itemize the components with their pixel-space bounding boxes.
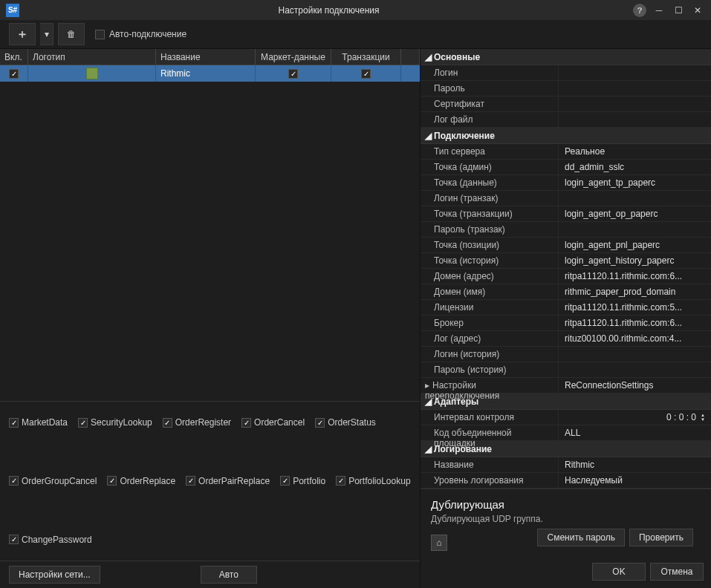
window-title: Настройки подключения (25, 5, 632, 16)
capability-orderstatus[interactable]: OrderStatus (315, 409, 376, 436)
prop-cert-value[interactable] (559, 97, 711, 111)
close-icon[interactable]: ✕ (690, 3, 705, 18)
network-settings-button[interactable]: Настройки сети... (9, 566, 100, 584)
prop-admin-point-value[interactable]: dd_admin_sslc (559, 160, 711, 174)
prop-pwd-trans-value[interactable] (559, 222, 711, 237)
ok-button[interactable]: OK (592, 563, 646, 581)
header-market-data[interactable]: Маркет-данные (256, 49, 331, 65)
capability-orderpairreplace[interactable]: OrderPairReplace (186, 468, 270, 494)
prop-board-code-value[interactable]: ALL (559, 425, 711, 440)
prop-domain-name-value[interactable]: rithmic_paper_prod_domain (559, 284, 711, 299)
home-icon: ⌂ (436, 538, 441, 548)
maximize-icon[interactable]: ☐ (671, 3, 686, 18)
prop-pwd-trans: Пароль (транзак) (421, 222, 559, 237)
auto-connect-label: Авто-подключение (109, 29, 186, 39)
prop-reconn[interactable]: ▸Настройки переподключения (421, 378, 559, 393)
prop-pos-point-value[interactable]: login_agent_pnl_paperc (559, 238, 711, 252)
section-main[interactable]: ◢Основные (421, 49, 711, 65)
delete-button[interactable]: 🗑 (58, 23, 85, 45)
checkbox-icon (241, 418, 251, 428)
capability-orderregister[interactable]: OrderRegister (163, 409, 231, 436)
capability-marketdata[interactable]: MarketData (9, 409, 68, 436)
checkbox-icon (315, 418, 325, 428)
prop-login-value[interactable] (559, 65, 711, 80)
capability-changepassword[interactable]: ChangePassword (9, 526, 92, 553)
prop-logfile-value[interactable] (559, 112, 711, 127)
checkbox-icon (9, 476, 19, 486)
check-button[interactable]: Проверить (629, 529, 693, 546)
capability-securitylookup[interactable]: SecurityLookup (78, 409, 152, 436)
change-password-button[interactable]: Сменить пароль (537, 529, 625, 546)
prop-hist-point-value[interactable]: login_agent_history_paperc (559, 253, 711, 268)
connector-logo-icon (86, 68, 98, 79)
cell-market[interactable] (256, 65, 331, 82)
add-dropdown-arrow[interactable]: ▾ (40, 23, 53, 45)
prop-broker-value[interactable]: ritpa11120.11.rithmic.com:6... (559, 316, 711, 330)
capability-ordercancel[interactable]: OrderCancel (241, 409, 305, 436)
prop-domain-addr-value[interactable]: ritpa11120.11.rithmic.com:6... (559, 269, 711, 284)
checkbox-icon (78, 418, 88, 428)
prop-server-type-value[interactable]: Реальное (559, 144, 711, 159)
prop-pos-point: Точка (позиции) (421, 238, 559, 252)
spinner-icon[interactable]: ▲▼ (701, 413, 705, 422)
prop-board-code: Код объединенной площадки (421, 425, 559, 440)
checkbox-icon (95, 30, 105, 39)
section-adapters[interactable]: ◢Адаптеры (421, 393, 711, 410)
prop-reconn-value[interactable]: ReConnectionSettings (559, 378, 711, 393)
auto-button[interactable]: Авто (201, 566, 257, 584)
grid-header: Вкл. Логотип Название Маркет-данные Тран… (0, 49, 420, 65)
prop-licenses-value[interactable]: ritpa11120.11.rithmic.com:5... (559, 300, 711, 315)
home-button[interactable]: ⌂ (431, 535, 447, 551)
prop-trans-point: Точка (транзакции) (421, 206, 559, 221)
header-enabled[interactable]: Вкл. (0, 49, 28, 65)
add-button[interactable]: ＋ (9, 23, 36, 45)
prop-log-level-value[interactable]: Наследуемый (559, 473, 711, 488)
cell-logo (28, 65, 156, 82)
prop-login-trans: Логин (транзак) (421, 191, 559, 206)
header-logo[interactable]: Логотип (28, 49, 156, 65)
cell-trans[interactable] (331, 65, 401, 82)
header-name[interactable]: Название (156, 49, 256, 65)
checkbox-icon (9, 69, 19, 79)
description-panel: Дублирующая Дублирующая UDP группа. ⌂ См… (421, 489, 711, 560)
prop-login-hist-value[interactable] (559, 347, 711, 362)
prop-domain-addr: Домен (адрес) (421, 269, 559, 284)
prop-log-addr: Лог (адрес) (421, 331, 559, 346)
prop-data-point: Точка (данные) (421, 175, 559, 190)
prop-data-point-value[interactable]: login_agent_tp_paperc (559, 175, 711, 190)
prop-pwd-hist-value[interactable] (559, 362, 711, 377)
prop-trans-point-value[interactable]: login_agent_op_paperc (559, 206, 711, 221)
prop-login-trans-value[interactable] (559, 191, 711, 206)
header-transactions[interactable]: Транзакции (331, 49, 401, 65)
prop-log-name: Название (421, 457, 559, 472)
checkbox-icon (288, 69, 298, 79)
cancel-button[interactable]: Отмена (650, 563, 704, 581)
prop-licenses: Лицензии (421, 300, 559, 315)
prop-log-name-value[interactable]: Rithmic (559, 457, 711, 472)
section-connection[interactable]: ◢Подключение (421, 128, 711, 144)
table-row[interactable]: Rithmic (0, 65, 420, 82)
left-bottom-buttons: Настройки сети... Авто (0, 561, 420, 588)
prop-log-level: Уровень логирования (421, 473, 559, 488)
capability-portfoliolookup[interactable]: PortfolioLookup (336, 468, 410, 494)
prop-login-hist: Логин (история) (421, 347, 559, 362)
section-logging[interactable]: ◢Логирование (421, 441, 711, 457)
help-icon[interactable]: ? (632, 3, 647, 18)
capability-orderreplace[interactable]: OrderReplace (107, 468, 175, 494)
capabilities-panel: MarketData SecurityLookup OrderRegister … (0, 401, 420, 561)
cell-enabled[interactable] (0, 65, 28, 82)
prop-interval-value[interactable]: 0 : 0 : 0▲▼ (559, 410, 711, 425)
checkbox-icon (186, 476, 195, 486)
capability-portfolio[interactable]: Portfolio (280, 468, 325, 494)
desc-title: Дублирующая (431, 498, 701, 511)
prop-logfile: Лог файл (421, 112, 559, 127)
prop-log-addr-value[interactable]: rituz00100.00.rithmic.com:4... (559, 331, 711, 346)
auto-connect-checkbox[interactable]: Авто-подключение (95, 29, 186, 39)
checkbox-icon (163, 418, 172, 428)
prop-password-value[interactable] (559, 81, 711, 96)
header-scroll-gap (401, 49, 420, 65)
toolbar: ＋ ▾ 🗑 Авто-подключение (0, 20, 711, 49)
capability-ordergroupcancel[interactable]: OrderGroupCancel (9, 468, 97, 494)
collapse-icon: ◢ (425, 396, 434, 407)
minimize-icon[interactable]: ─ (652, 3, 666, 18)
